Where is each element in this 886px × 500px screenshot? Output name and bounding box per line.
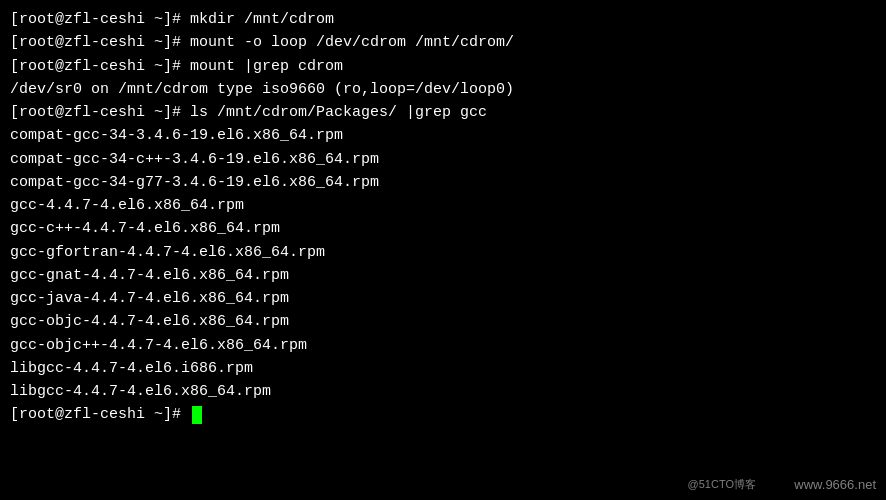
terminal-line: [root@zfl-ceshi ~]# bbox=[10, 403, 876, 426]
output-text: gcc-gnat-4.4.7-4.el6.x86_64.rpm bbox=[10, 264, 289, 287]
output-text: gcc-objc++-4.4.7-4.el6.x86_64.rpm bbox=[10, 334, 307, 357]
output-text: gcc-4.4.7-4.el6.x86_64.rpm bbox=[10, 194, 244, 217]
prompt: [root@zfl-ceshi ~]# bbox=[10, 55, 190, 78]
command-text: mount -o loop /dev/cdrom /mnt/cdrom/ bbox=[190, 31, 514, 54]
output-text: gcc-java-4.4.7-4.el6.x86_64.rpm bbox=[10, 287, 289, 310]
command-text: mount |grep cdrom bbox=[190, 55, 343, 78]
output-text: gcc-gfortran-4.4.7-4.el6.x86_64.rpm bbox=[10, 241, 325, 264]
prompt: [root@zfl-ceshi ~]# bbox=[10, 101, 190, 124]
prompt: [root@zfl-ceshi ~]# bbox=[10, 8, 190, 31]
prompt: [root@zfl-ceshi ~]# bbox=[10, 31, 190, 54]
output-text: compat-gcc-34-g77-3.4.6-19.el6.x86_64.rp… bbox=[10, 171, 379, 194]
output-text: /dev/sr0 on /mnt/cdrom type iso9660 (ro,… bbox=[10, 78, 514, 101]
terminal-line: gcc-gfortran-4.4.7-4.el6.x86_64.rpm bbox=[10, 241, 876, 264]
output-text: gcc-objc-4.4.7-4.el6.x86_64.rpm bbox=[10, 310, 289, 333]
terminal-line: [root@zfl-ceshi ~]# mkdir /mnt/cdrom bbox=[10, 8, 876, 31]
terminal-line: compat-gcc-34-g77-3.4.6-19.el6.x86_64.rp… bbox=[10, 171, 876, 194]
prompt: [root@zfl-ceshi ~]# bbox=[10, 403, 190, 426]
terminal-line: [root@zfl-ceshi ~]# ls /mnt/cdrom/Packag… bbox=[10, 101, 876, 124]
command-text: mkdir /mnt/cdrom bbox=[190, 8, 334, 31]
terminal-line: /dev/sr0 on /mnt/cdrom type iso9660 (ro,… bbox=[10, 78, 876, 101]
terminal-line: [root@zfl-ceshi ~]# mount -o loop /dev/c… bbox=[10, 31, 876, 54]
terminal-line: libgcc-4.4.7-4.el6.i686.rpm bbox=[10, 357, 876, 380]
output-text: libgcc-4.4.7-4.el6.x86_64.rpm bbox=[10, 380, 271, 403]
command-text: ls /mnt/cdrom/Packages/ |grep gcc bbox=[190, 101, 487, 124]
terminal-line: gcc-objc-4.4.7-4.el6.x86_64.rpm bbox=[10, 310, 876, 333]
terminal-line: compat-gcc-34-3.4.6-19.el6.x86_64.rpm bbox=[10, 124, 876, 147]
terminal: [root@zfl-ceshi ~]# mkdir /mnt/cdrom[roo… bbox=[0, 0, 886, 500]
output-text: compat-gcc-34-3.4.6-19.el6.x86_64.rpm bbox=[10, 124, 343, 147]
terminal-line: [root@zfl-ceshi ~]# mount |grep cdrom bbox=[10, 55, 876, 78]
watermark: www.9666.net bbox=[794, 477, 876, 492]
terminal-line: compat-gcc-34-c++-3.4.6-19.el6.x86_64.rp… bbox=[10, 148, 876, 171]
terminal-line: libgcc-4.4.7-4.el6.x86_64.rpm bbox=[10, 380, 876, 403]
output-text: gcc-c++-4.4.7-4.el6.x86_64.rpm bbox=[10, 217, 280, 240]
terminal-line: gcc-java-4.4.7-4.el6.x86_64.rpm bbox=[10, 287, 876, 310]
terminal-line: gcc-c++-4.4.7-4.el6.x86_64.rpm bbox=[10, 217, 876, 240]
cursor bbox=[192, 406, 202, 424]
terminal-line: gcc-objc++-4.4.7-4.el6.x86_64.rpm bbox=[10, 334, 876, 357]
output-text: compat-gcc-34-c++-3.4.6-19.el6.x86_64.rp… bbox=[10, 148, 379, 171]
terminal-line: gcc-gnat-4.4.7-4.el6.x86_64.rpm bbox=[10, 264, 876, 287]
attribution: @51CTO博客 bbox=[688, 477, 756, 492]
output-text: libgcc-4.4.7-4.el6.i686.rpm bbox=[10, 357, 253, 380]
terminal-line: gcc-4.4.7-4.el6.x86_64.rpm bbox=[10, 194, 876, 217]
